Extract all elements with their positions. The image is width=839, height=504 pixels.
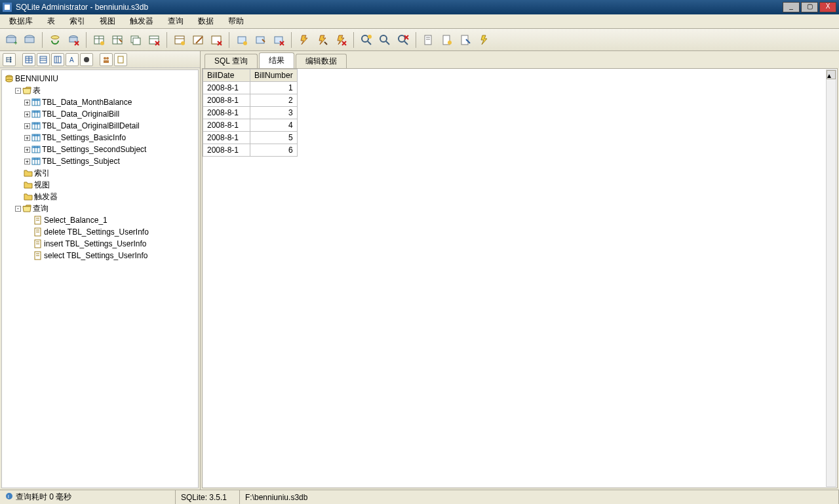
menu-index[interactable]: 索引 — [63, 14, 92, 28]
svg-rect-65 — [118, 56, 123, 63]
table-row[interactable]: 2008-8-11 — [203, 82, 298, 94]
expand-icon[interactable]: + — [24, 159, 30, 165]
cell-billnumber[interactable]: 4 — [250, 119, 298, 132]
table-edit-icon[interactable] — [109, 31, 126, 48]
table-row[interactable]: 2008-8-13 — [203, 107, 298, 119]
table-row[interactable]: 2008-8-16 — [203, 144, 298, 157]
tree-table-item[interactable]: +TBL_Data_MonthBalance — [3, 96, 197, 108]
expand-icon[interactable]: + — [24, 123, 30, 129]
data-3-icon[interactable] — [457, 31, 474, 48]
table-copy-icon[interactable] — [127, 31, 144, 48]
cell-billnumber[interactable]: 2 — [250, 94, 298, 107]
tree-db-root[interactable]: BENNIUNIU — [3, 73, 197, 85]
tree-table-item[interactable]: +TBL_Data_OriginalBillDetail — [3, 120, 197, 132]
ltb-cols-icon[interactable] — [51, 53, 64, 66]
trigger-delete-icon[interactable] — [332, 31, 349, 48]
tree-table-item[interactable]: +TBL_Data_OriginalBill — [3, 108, 197, 120]
query-new-icon[interactable] — [358, 31, 375, 48]
tree-tables-node[interactable]: - 表 — [3, 85, 197, 96]
data-2-icon[interactable] — [439, 31, 456, 48]
cell-billnumber[interactable]: 1 — [250, 82, 298, 94]
table-row[interactable]: 2008-8-12 — [203, 94, 298, 107]
menu-data[interactable]: 数据 — [191, 14, 220, 28]
db-refresh-icon[interactable] — [47, 31, 64, 48]
menu-table[interactable]: 表 — [41, 14, 62, 28]
tree-query-item[interactable]: delete TBL_Settings_UserInfo — [3, 226, 197, 238]
cell-billdate[interactable]: 2008-8-1 — [203, 132, 250, 144]
table-action1-icon[interactable] — [171, 31, 188, 48]
minimize-button[interactable]: _ — [783, 2, 800, 12]
col-header-billnumber[interactable]: BillNumber — [250, 69, 298, 82]
menu-query[interactable]: 查询 — [161, 14, 190, 28]
maximize-button[interactable]: ▢ — [801, 2, 818, 12]
tab-sql-query[interactable]: SQL 查询 — [205, 54, 258, 68]
cell-billdate[interactable]: 2008-8-1 — [203, 82, 250, 94]
tab-result[interactable]: 结果 — [259, 52, 294, 68]
table-delete-icon[interactable] — [146, 31, 163, 48]
db-tree[interactable]: BENNIUNIU - 表 +TBL_Data_MonthBalance +T — [1, 69, 199, 488]
scroll-up-icon[interactable]: ▴ — [827, 70, 836, 79]
data-1-icon[interactable] — [420, 31, 437, 48]
tree-query-item[interactable]: Select_Balance_1 — [3, 214, 197, 226]
query-delete-icon[interactable] — [395, 31, 412, 48]
collapse-icon[interactable]: - — [15, 88, 21, 94]
expand-icon[interactable]: + — [24, 111, 30, 117]
cell-billdate[interactable]: 2008-8-1 — [203, 144, 250, 157]
tree-queries-node[interactable]: -查询 — [3, 203, 197, 214]
ltb-grid-icon[interactable] — [22, 53, 35, 66]
tree-query-item[interactable]: insert TBL_Settings_UserInfo — [3, 238, 197, 250]
tree-triggers-node[interactable]: 触发器 — [3, 191, 197, 203]
col-header-billdate[interactable]: BillDate — [203, 69, 250, 82]
ltb-ball-icon[interactable] — [80, 53, 93, 66]
cell-billnumber[interactable]: 5 — [250, 132, 298, 144]
table-action2-icon[interactable] — [189, 31, 206, 48]
tab-edit-data[interactable]: 编辑数据 — [296, 54, 347, 68]
trigger-new-icon[interactable] — [296, 31, 313, 48]
cell-billnumber[interactable]: 6 — [250, 144, 298, 157]
menu-view[interactable]: 视图 — [93, 14, 122, 28]
result-grid[interactable]: BillDate BillNumber 2008-8-11 2008-8-12 … — [203, 69, 298, 157]
trigger-edit-icon[interactable] — [314, 31, 331, 48]
tree-views-node[interactable]: 视图 — [3, 179, 197, 191]
vertical-scrollbar[interactable]: ▴ — [826, 69, 836, 487]
table-action3-icon[interactable] — [208, 31, 225, 48]
cell-billdate[interactable]: 2008-8-1 — [203, 119, 250, 132]
execute-icon[interactable] — [475, 31, 492, 48]
db-open-icon[interactable] — [21, 31, 38, 48]
query-edit-icon[interactable] — [376, 31, 393, 48]
cell-billnumber[interactable]: 3 — [250, 107, 298, 119]
collapse-icon[interactable]: - — [15, 206, 21, 212]
close-button[interactable]: X — [819, 2, 836, 12]
ltb-tree-icon[interactable] — [3, 53, 16, 66]
db-delete-icon[interactable] — [65, 31, 82, 48]
folder-icon — [24, 168, 33, 178]
ltb-doc-icon[interactable] — [114, 53, 127, 66]
svg-line-34 — [386, 41, 389, 45]
table-row[interactable]: 2008-8-14 — [203, 119, 298, 132]
ltb-users-icon[interactable] — [100, 53, 113, 66]
ltb-font-icon[interactable]: A — [66, 53, 79, 66]
tree-indexes-node[interactable]: 索引 — [3, 167, 197, 179]
ltb-rows-icon[interactable] — [37, 53, 50, 66]
menu-database[interactable]: 数据库 — [3, 14, 39, 28]
tree-table-item[interactable]: +TBL_Settings_BasicInfo — [3, 132, 197, 144]
expand-icon[interactable]: + — [24, 100, 30, 106]
table-row[interactable]: 2008-8-15 — [203, 132, 298, 144]
menu-trigger[interactable]: 触发器 — [123, 14, 160, 28]
expand-icon[interactable]: + — [24, 147, 30, 153]
svg-rect-1 — [5, 5, 10, 10]
svg-point-68 — [6, 79, 12, 82]
svg-rect-70 — [32, 99, 40, 101]
view-delete-icon[interactable] — [270, 31, 287, 48]
table-new-icon[interactable] — [90, 31, 107, 48]
cell-billdate[interactable]: 2008-8-1 — [203, 94, 250, 107]
tree-query-item[interactable]: select TBL_Settings_UserInfo — [3, 250, 197, 262]
menu-help[interactable]: 帮助 — [222, 14, 250, 28]
cell-billdate[interactable]: 2008-8-1 — [203, 107, 250, 119]
view-edit-icon[interactable] — [252, 31, 269, 48]
tree-table-item[interactable]: +TBL_Settings_SecondSubject — [3, 144, 197, 155]
expand-icon[interactable]: + — [24, 135, 30, 141]
db-new-icon[interactable]: + — [3, 31, 20, 48]
view-new-icon[interactable] — [233, 31, 250, 48]
tree-table-item[interactable]: +TBL_Settings_Subject — [3, 155, 197, 167]
